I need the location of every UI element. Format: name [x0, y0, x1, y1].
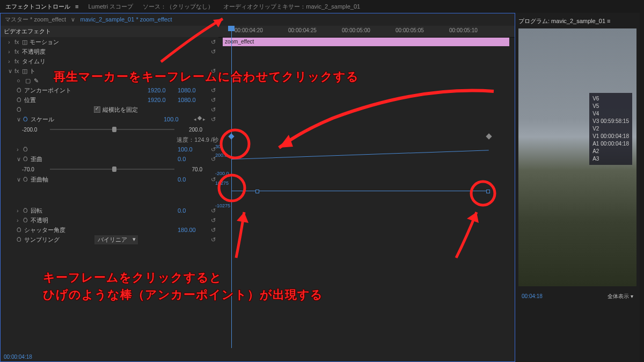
prop-uniform-scale[interactable]: Ö 縦横比を固定 ↺: [1, 105, 218, 114]
prop-sampling[interactable]: Öサンプリング バイリニア▾ ↺: [1, 235, 218, 244]
zoom-fit-dropdown[interactable]: 全体表示 ▾: [608, 293, 633, 300]
stopwatch-icon[interactable]: Ö: [17, 106, 24, 113]
prop-position[interactable]: Ö位置 1920.0 1080.0 ↺: [1, 95, 218, 105]
effect-motion[interactable]: ›fx◫モーション↺: [1, 37, 218, 47]
menu-icon[interactable]: ≡: [75, 3, 78, 10]
scale-slider[interactable]: -200.0 200.0: [1, 124, 218, 135]
reset-icon[interactable]: ↺: [208, 116, 218, 123]
prop-opacity2[interactable]: ›Ö不透明↺: [1, 215, 218, 225]
section-video-effects: ビデオエフェクト: [1, 26, 218, 37]
prop-shutter[interactable]: Öシャッター角度180.00↺: [1, 225, 218, 235]
keyframe-diamond[interactable]: [486, 133, 492, 139]
prop-rotation[interactable]: ›Ö回転0.0↺: [1, 206, 218, 215]
time-ruler[interactable]: 00:00:04:20 00:00:04:25 00:00:05:00 00:0…: [218, 26, 515, 38]
effect-controls-panel: マスター * zoom_effect ∨ mavic_2_sample_01 *…: [0, 13, 515, 362]
reset-icon[interactable]: ↺: [208, 87, 218, 94]
breadcrumb: マスター * zoom_effect ∨ mavic_2_sample_01 *…: [1, 13, 515, 26]
keyframe-timeline[interactable]: 00:00:04:20 00:00:04:25 00:00:05:00 00:0…: [218, 26, 515, 348]
keyframe-graph[interactable]: 30 200.0 -200.0 10275 -10275: [218, 58, 515, 337]
effect-transform[interactable]: ∨fx◫ト↺: [1, 66, 218, 76]
position-x[interactable]: 1920.0: [148, 97, 178, 103]
program-timecode[interactable]: 00:04:18: [522, 293, 543, 299]
reset-icon[interactable]: ↺: [208, 97, 218, 104]
prop-scale[interactable]: ∨Öスケール 100.0 ◂ ▸ ↺: [1, 114, 218, 124]
stopwatch-icon[interactable]: Ö: [23, 116, 31, 122]
prop-skew-axis[interactable]: ∨Ö歪曲軸0.0↺: [1, 175, 218, 184]
bezier-handle[interactable]: [231, 191, 258, 191]
panel-tabs: エフェクトコントロール ≡ Lumetri スコープ ソース：（クリップなし） …: [0, 0, 644, 13]
program-monitor[interactable]: V6 V5 V4 V3 00:59:58:15 V2 V1 00:00:04:1…: [518, 28, 636, 286]
sampling-dropdown[interactable]: バイリニア▾: [94, 235, 138, 244]
effect-time-remap[interactable]: ›fxタイムリ: [1, 56, 218, 66]
tab-lumetri-scopes[interactable]: Lumetri スコープ: [88, 3, 133, 11]
position-y[interactable]: 1080.0: [178, 97, 208, 103]
prop-skew[interactable]: ∨Ö歪曲0.0↺: [1, 154, 218, 164]
keyframe-nav[interactable]: ◂ ▸: [194, 117, 206, 122]
clip-bar[interactable]: zoom_effect: [223, 38, 509, 46]
velocity-readout: 速度：124.9 /秒: [1, 135, 218, 144]
track-overlay: V6 V5 V4 V3 00:59:58:15 V2 V1 00:00:04:1…: [589, 93, 632, 165]
playhead[interactable]: [231, 26, 232, 348]
tab-audio-clip-mixer[interactable]: オーディオクリップミキサー：mavic_2_sample_01: [223, 3, 360, 11]
prop-anchor-point[interactable]: Öアンカーポイント 1920.0 1080.0 ↺: [1, 85, 218, 95]
reset-icon[interactable]: ↺: [208, 39, 218, 46]
breadcrumb-master[interactable]: マスター * zoom_effect: [5, 16, 66, 23]
skew-slider[interactable]: -70.0 70.0: [1, 164, 218, 175]
stopwatch-icon[interactable]: Ö: [17, 97, 24, 103]
scale-value[interactable]: 100.0: [164, 116, 194, 122]
property-list: ビデオエフェクト ›fx◫モーション↺ ›fx不透明度↺ ›fxタイムリ ∨fx…: [1, 26, 218, 348]
prop-extra[interactable]: ›Ö100.0↺: [1, 144, 218, 154]
reset-icon[interactable]: ↺: [208, 106, 218, 113]
breadcrumb-clip[interactable]: mavic_2_sample_01 * zoom_effect: [80, 16, 172, 23]
effect-opacity[interactable]: ›fx不透明度↺: [1, 47, 218, 56]
reset-icon[interactable]: ↺: [208, 68, 218, 75]
anchor-x[interactable]: 1920.0: [148, 87, 178, 93]
current-timecode[interactable]: 00:00:04:18: [4, 354, 32, 360]
bezier-handle[interactable]: [462, 191, 489, 191]
reset-icon[interactable]: ↺: [208, 48, 218, 55]
stopwatch-icon[interactable]: Ö: [17, 87, 24, 93]
tab-source[interactable]: ソース：（クリップなし）: [143, 3, 214, 11]
program-panel-title: プログラム: mavic_2_sample_01 ≡: [518, 16, 636, 28]
tab-effect-controls[interactable]: エフェクトコントロール ≡: [5, 3, 78, 11]
mask-shapes[interactable]: ○▢✎: [1, 76, 218, 85]
uniform-checkbox[interactable]: [94, 106, 100, 113]
anchor-y[interactable]: 1080.0: [178, 87, 208, 93]
